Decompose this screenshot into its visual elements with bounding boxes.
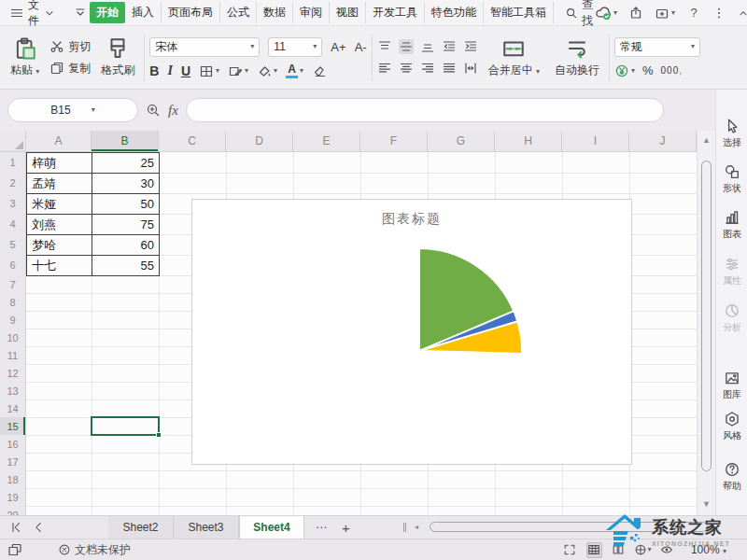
cell-value[interactable]: 55 [92,255,160,276]
row-header[interactable]: 9 [0,311,26,329]
align-right-icon[interactable] [420,61,435,76]
row-header[interactable]: 6 [0,255,26,276]
save-dropdown-icon[interactable] [73,6,88,21]
align-center-icon[interactable] [399,61,414,76]
fill-color-button[interactable]: ▾ [257,63,277,78]
previous-sheet-icon[interactable] [32,521,45,534]
menu-tab[interactable]: 视图 [330,2,366,23]
new-window-button[interactable]: ▾ [655,6,675,21]
wrap-text-button[interactable]: 自动换行 [550,35,604,80]
percent-button[interactable]: % [642,63,654,77]
cell-value[interactable]: 25 [92,152,160,174]
cell-name[interactable]: 刘燕 [26,214,92,235]
cloud-sync-button[interactable]: ▾ [595,5,617,21]
row-header[interactable]: 1 [0,152,26,174]
zoom-formula-icon[interactable] [146,103,161,118]
cell-value[interactable]: 75 [92,214,160,235]
increase-indent-icon[interactable] [463,39,478,54]
normal-view-icon[interactable] [586,542,602,558]
cell-value[interactable]: 50 [92,193,160,215]
merge-center-button[interactable]: 合并居中 ▾ [484,35,544,80]
select-all-corner[interactable] [0,131,26,152]
column-header[interactable]: H [495,131,562,152]
menu-tab[interactable]: 插入 [125,2,162,23]
help-icon[interactable]: ? [686,6,701,21]
column-header[interactable]: F [360,131,428,152]
vertical-scroll-thumb[interactable] [701,161,712,471]
sidebar-item-形状[interactable]: 形状 [716,163,747,195]
row-header[interactable]: 14 [0,399,26,418]
share-icon[interactable] [628,6,643,21]
borders-button[interactable]: ▾ [199,63,219,78]
italic-button[interactable]: I [167,63,172,78]
split-handle[interactable] [403,523,406,532]
sheet-tab-Sheet4[interactable]: Sheet4 [239,516,304,539]
copy-button[interactable]: 复制 [49,61,91,77]
align-left-icon[interactable] [377,61,392,76]
row-header[interactable]: 19 [0,488,26,507]
scroll-up-icon[interactable]: ▲ [702,136,711,145]
cell-name[interactable]: 十七 [26,255,92,276]
align-bottom-icon[interactable] [420,39,435,54]
name-box[interactable]: B15 ▾ [7,98,138,122]
row-header[interactable]: 10 [0,329,26,347]
sidebar-item-风格[interactable]: 风格 [716,411,747,442]
font-name-select[interactable]: 宋体▾ [149,37,260,57]
align-middle-icon[interactable] [399,39,414,54]
currency-button[interactable]: ▾ [614,63,635,78]
menu-tab[interactable]: 公式 [220,2,257,23]
row-header[interactable]: 2 [0,173,26,194]
window-switch-icon[interactable] [7,542,22,557]
sidebar-item-图库[interactable]: 图库 [716,370,747,401]
column-header[interactable]: B [92,131,159,152]
column-header[interactable]: I [562,131,629,152]
row-header[interactable]: 18 [0,470,26,489]
add-sheet-icon[interactable]: + [342,520,350,536]
row-header[interactable]: 4 [0,214,26,235]
spreadsheet-grid[interactable]: 图表标题 梓萌25孟靖30米娅50刘燕75梦哈60十七55 ABCDEFGHIJ… [0,131,697,515]
fullscreen-icon[interactable] [562,542,578,558]
menu-tab[interactable]: 审阅 [293,2,330,23]
menu-tab[interactable]: 开发工具 [366,2,425,23]
scroll-left-icon[interactable]: ◂ [415,523,418,531]
formula-input[interactable] [186,98,664,122]
shrink-font-button[interactable]: A- [355,40,367,54]
selected-cell[interactable] [91,416,160,436]
row-header[interactable]: 11 [0,346,26,365]
grow-font-button[interactable]: A+ [331,40,345,54]
cut-button[interactable]: 剪切 [49,39,91,55]
search-button[interactable]: 查找 [565,0,593,29]
format-painter-button[interactable]: 格式刷 [96,35,139,80]
column-header[interactable]: C [159,131,226,152]
menu-tab[interactable]: 数据 [257,2,293,23]
cell-name[interactable]: 梦哈 [26,234,92,256]
underline-button[interactable]: U [181,63,190,78]
sidebar-item-选择[interactable]: 选择 [716,118,747,149]
file-menu[interactable]: 文件 [6,0,60,29]
row-header[interactable]: 17 [0,453,26,471]
justify-icon[interactable] [442,61,457,76]
cell-name[interactable]: 梓萌 [26,152,92,174]
row-header[interactable]: 8 [0,293,26,312]
row-header[interactable]: 7 [0,275,26,294]
column-header[interactable]: A [26,131,92,152]
pie-chart-object[interactable]: 图表标题 [191,199,632,465]
menu-tab[interactable]: 智能工具箱 [484,2,554,23]
column-header[interactable]: E [293,131,360,152]
cell-name[interactable]: 米娅 [26,193,92,215]
row-header[interactable]: 3 [0,193,26,215]
fill-handle[interactable] [156,432,162,438]
row-header[interactable]: 15 [0,417,26,436]
row-header[interactable]: 5 [0,234,26,256]
fx-icon[interactable]: fx [168,103,178,119]
paste-button[interactable]: 粘贴 ▾ [6,35,44,80]
menu-tab[interactable]: 开始 [90,2,125,23]
decrease-indent-icon[interactable] [442,39,457,54]
row-header[interactable]: 12 [0,364,26,383]
row-header[interactable]: 16 [0,435,26,454]
vertical-scrollbar[interactable]: ▲ ▼ [697,131,715,515]
column-header[interactable]: J [629,131,697,152]
menu-tab[interactable]: 页面布局 [162,2,220,23]
draw-border-button[interactable]: ▾ [228,63,248,78]
column-header[interactable]: G [428,131,495,152]
